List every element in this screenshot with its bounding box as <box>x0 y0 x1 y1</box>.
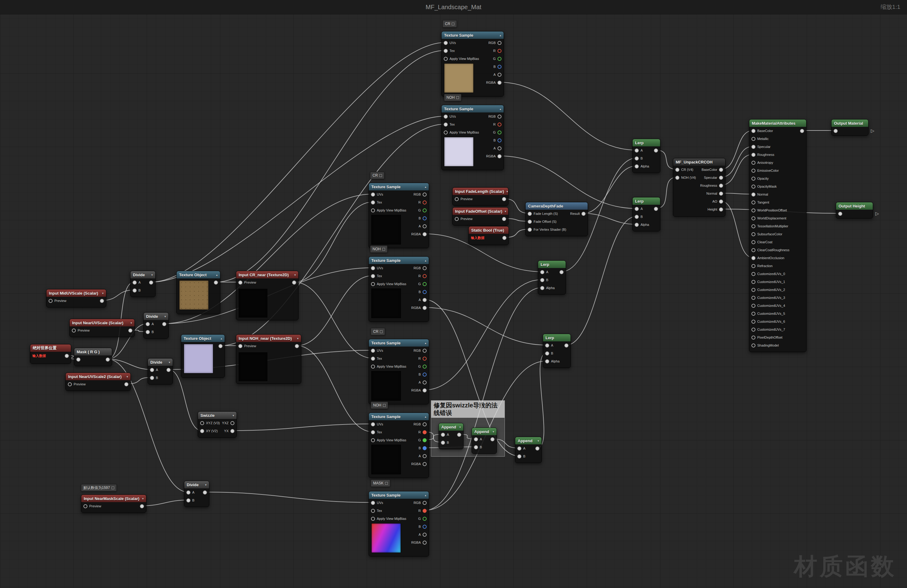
pin-b[interactable] <box>423 216 426 220</box>
pin-r[interactable] <box>497 123 502 127</box>
node-div3[interactable]: Divide▾AB <box>147 358 173 385</box>
pin-rgb[interactable] <box>423 422 426 426</box>
pin-worldpositionoffset[interactable] <box>752 208 755 212</box>
pin-out[interactable] <box>214 280 218 285</box>
node-pFadeOff[interactable]: Input FadeOffset (Scalar)▾Preview <box>452 207 508 226</box>
pin-r[interactable] <box>497 49 502 53</box>
pin-normal[interactable] <box>752 192 755 197</box>
pin-out[interactable] <box>502 236 506 240</box>
pin-alpha[interactable] <box>635 223 639 227</box>
texture-preview[interactable] <box>371 288 401 318</box>
collapse-icon[interactable]: ▾ <box>232 414 234 417</box>
pin-rgba[interactable] <box>423 541 426 545</box>
pin-a[interactable] <box>497 146 502 151</box>
pin-b[interactable] <box>423 373 426 377</box>
pin-g[interactable] <box>423 438 426 442</box>
pin-a[interactable] <box>146 322 150 326</box>
pin-g[interactable] <box>423 282 426 286</box>
pin-out[interactable] <box>167 368 170 372</box>
collapse-icon[interactable]: ▴ <box>221 337 222 340</box>
texture-preview[interactable] <box>184 344 213 373</box>
pin-b[interactable] <box>540 278 544 282</box>
collapse-icon[interactable]: ▾ <box>142 497 144 500</box>
pin-cr-v4[interactable] <box>675 168 679 172</box>
pin-preview[interactable] <box>49 299 53 303</box>
collapse-icon[interactable]: ▾ <box>294 273 296 277</box>
pin-preview[interactable] <box>72 328 76 333</box>
collapse-icon[interactable]: ▾ <box>538 439 539 442</box>
pin-preview[interactable] <box>238 344 242 348</box>
pin-out[interactable] <box>502 217 506 221</box>
pin-basecolor[interactable] <box>719 168 723 172</box>
pin-customizeduvs-4[interactable] <box>752 304 755 308</box>
pin-b[interactable] <box>423 525 426 529</box>
node-pNearUV2[interactable]: Input NearUVScale2 (Scalar)▾Preview <box>66 373 131 391</box>
pin-rgb[interactable] <box>423 192 426 197</box>
wire[interactable] <box>168 370 202 431</box>
pin-out[interactable] <box>292 280 296 285</box>
node-ts5[interactable]: Texture Sample▴UVsRGBTexRApply View MipB… <box>369 339 429 404</box>
pin-r[interactable] <box>423 357 426 360</box>
pin-out[interactable] <box>654 207 658 211</box>
pin-out[interactable] <box>106 357 110 362</box>
pin-out[interactable] <box>218 344 223 348</box>
pin-apply-view-mipbias[interactable] <box>371 517 375 521</box>
pin-result[interactable] <box>582 212 585 216</box>
pin-rgba[interactable] <box>497 81 502 85</box>
texture-preview[interactable] <box>371 215 401 245</box>
pin-fade-offset-s[interactable] <box>528 220 532 224</box>
node-lerp4[interactable]: LerpABAlpha <box>543 334 571 368</box>
node-outMat[interactable]: Output Material▷ <box>831 119 869 136</box>
pin-a[interactable] <box>474 437 478 441</box>
pin-r[interactable] <box>423 274 426 278</box>
collapse-icon[interactable]: ▾ <box>205 483 207 487</box>
pin-tex[interactable] <box>371 430 375 434</box>
pin-in[interactable] <box>76 357 80 362</box>
wire[interactable] <box>294 202 373 282</box>
node-div1[interactable]: Divide▾AB <box>130 271 155 297</box>
pin-metallic[interactable] <box>752 137 755 141</box>
node-camfade[interactable]: CameraDepthFadeFade Length (S)ResultFade… <box>525 202 588 236</box>
pin-for-vertex-shader-b[interactable] <box>528 228 532 232</box>
collapse-icon[interactable]: ▾ <box>102 292 104 295</box>
pin-a[interactable] <box>133 280 136 285</box>
pin-roughness[interactable] <box>719 184 723 187</box>
pin-rgba[interactable] <box>423 306 426 310</box>
collapse-icon[interactable]: ▾ <box>506 190 508 193</box>
pin-a[interactable] <box>540 270 544 274</box>
pin-a[interactable] <box>441 433 445 437</box>
wire[interactable] <box>721 146 753 177</box>
pin-in[interactable] <box>838 212 842 216</box>
pin-customizeduvs-2[interactable] <box>752 288 755 292</box>
node-ts7[interactable]: Texture Sample▴UVsRGBTexRApply View MipB… <box>369 491 429 556</box>
node-lerp1[interactable]: LerpABAlpha <box>632 139 660 173</box>
node-tag[interactable]: CR <box>370 172 385 179</box>
pin-g[interactable] <box>423 517 426 521</box>
collapse-icon[interactable]: ▾ <box>505 210 506 213</box>
pin-b[interactable] <box>423 446 426 450</box>
pin-tex[interactable] <box>444 49 448 53</box>
pin-alpha[interactable] <box>635 164 639 168</box>
texture-preview[interactable] <box>239 289 268 317</box>
pin-g[interactable] <box>423 208 426 212</box>
pin-apply-view-mipbias[interactable] <box>371 282 375 286</box>
pin-a[interactable] <box>423 380 426 385</box>
pin-normal[interactable] <box>719 192 723 195</box>
pin-in[interactable] <box>834 129 838 133</box>
collapse-icon[interactable]: ▾ <box>493 430 494 433</box>
texture-preview[interactable] <box>444 63 474 93</box>
texture-preview[interactable] <box>179 280 209 310</box>
pin-g[interactable] <box>423 365 426 369</box>
node-div2[interactable]: Divide▾AB <box>143 312 169 339</box>
pin-a[interactable] <box>150 368 154 372</box>
pin-b[interactable] <box>497 65 502 69</box>
pin-shadingmodel[interactable] <box>752 343 755 348</box>
pin-opacitymask[interactable] <box>752 184 755 189</box>
collapse-icon[interactable]: ▴ <box>216 273 218 277</box>
pin-out[interactable] <box>124 382 128 386</box>
pin-uvs[interactable] <box>371 422 375 426</box>
pin-preview[interactable] <box>238 280 242 285</box>
node-pMidUV[interactable]: Input MidUVScale (Scalar)▾Preview <box>46 289 106 308</box>
pin-rgb[interactable] <box>497 115 502 119</box>
pin-xyz-v3[interactable] <box>200 421 204 425</box>
